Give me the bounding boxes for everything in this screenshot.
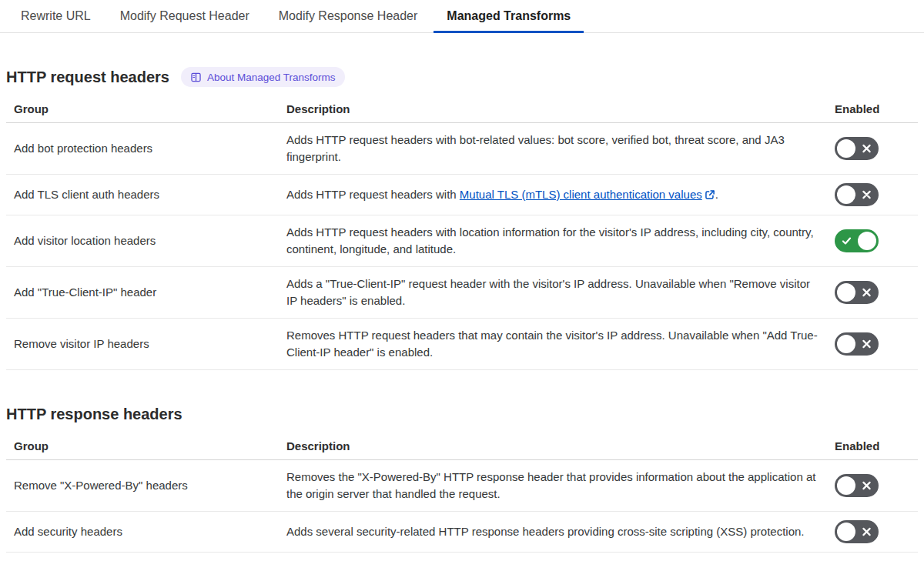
book-icon [190, 72, 202, 83]
toggle-knob [837, 476, 855, 495]
table-row: Add "True-Client-IP" headerAdds a "True-… [6, 267, 918, 319]
tab-modify-request-header[interactable]: Modify Request Header [107, 0, 263, 33]
toggle-add-visitor-location-headers[interactable] [835, 229, 879, 252]
description-cell: Adds HTTP request headers with Mutual TL… [286, 175, 829, 215]
description-cell: Adds HTTP request headers with location … [286, 215, 829, 267]
toggle-add-bot-protection-headers[interactable] [835, 137, 879, 160]
toggle-remove-visitor-ip-headers[interactable] [835, 332, 879, 356]
column-header-group: Group [6, 432, 286, 460]
tab-managed-transforms[interactable]: Managed Transforms [434, 0, 584, 33]
enabled-cell [829, 267, 918, 319]
badge-label: About Managed Transforms [207, 72, 336, 83]
response-headers-section: HTTP response headers Group Description … [6, 404, 918, 553]
x-icon [862, 190, 872, 200]
table-row: Add bot protection headersAdds HTTP requ… [6, 123, 918, 175]
about-managed-transforms-badge[interactable]: About Managed Transforms [181, 67, 345, 87]
group-cell: Add security headers [6, 512, 286, 553]
group-cell: Add TLS client auth headers [6, 175, 286, 215]
column-header-enabled: Enabled [829, 432, 918, 460]
toggle-knob [837, 523, 855, 541]
enabled-cell [829, 319, 918, 370]
table-row: Add visitor location headersAdds HTTP re… [6, 215, 918, 267]
toggle-knob [837, 185, 855, 204]
response-headers-title: HTTP response headers [6, 404, 182, 424]
external-link-icon [705, 189, 715, 200]
table-row: Add security headersAdds several securit… [6, 512, 918, 553]
description-cell: Adds several security-related HTTP respo… [286, 512, 829, 553]
x-icon [862, 481, 872, 491]
x-icon [862, 288, 872, 298]
enabled-cell [829, 123, 918, 175]
x-icon [862, 144, 872, 154]
column-header-description: Description [286, 432, 829, 460]
column-header-description: Description [286, 95, 829, 123]
group-cell: Remove "X-Powered-By" headers [6, 460, 286, 512]
tab-modify-response-header[interactable]: Modify Response Header [266, 0, 431, 33]
toggle-add-true-client-ip-header[interactable] [835, 281, 879, 304]
toggle-knob [837, 335, 855, 353]
enabled-cell [829, 512, 918, 553]
description-cell: Adds a "True-Client-IP" request header w… [286, 267, 829, 319]
table-row: Add TLS client auth headersAdds HTTP req… [6, 175, 918, 215]
description-cell: Removes HTTP request headers that may co… [286, 319, 829, 370]
x-icon [862, 339, 872, 349]
table-row: Remove "X-Powered-By" headersRemoves the… [6, 460, 918, 512]
request-headers-title: HTTP request headers [6, 67, 169, 87]
column-header-enabled: Enabled [829, 95, 918, 123]
description-link[interactable]: Mutual TLS (mTLS) client authentication … [460, 188, 715, 201]
managed-transforms-page: HTTP request headers About Managed Trans… [0, 67, 924, 553]
description-cell: Removes the "X-Powered-By" HTTP response… [286, 460, 829, 512]
enabled-cell [829, 215, 918, 267]
response-headers-table: Group Description Enabled Remove "X-Powe… [6, 432, 918, 553]
column-header-group: Group [6, 95, 286, 123]
toggle-add-security-headers[interactable] [835, 520, 879, 543]
check-icon [842, 236, 852, 246]
request-headers-section: HTTP request headers About Managed Trans… [6, 67, 918, 370]
toggle-knob [837, 283, 855, 302]
group-cell: Add "True-Client-IP" header [6, 267, 286, 319]
tab-bar: Rewrite URLModify Request HeaderModify R… [0, 0, 924, 33]
enabled-cell [829, 460, 918, 512]
description-cell: Adds HTTP request headers with bot-relat… [286, 123, 829, 175]
group-cell: Remove visitor IP headers [6, 319, 286, 370]
toggle-remove-x-powered-by-headers[interactable] [835, 474, 879, 497]
x-icon [862, 527, 872, 537]
toggle-add-tls-client-auth-headers[interactable] [835, 183, 879, 206]
enabled-cell [829, 175, 918, 215]
toggle-knob [837, 139, 855, 158]
request-headers-table: Group Description Enabled Add bot protec… [6, 95, 918, 370]
table-row: Remove visitor IP headersRemoves HTTP re… [6, 319, 918, 370]
tab-rewrite-url[interactable]: Rewrite URL [8, 0, 104, 33]
group-cell: Add bot protection headers [6, 123, 286, 175]
group-cell: Add visitor location headers [6, 215, 286, 267]
toggle-knob [858, 232, 876, 250]
